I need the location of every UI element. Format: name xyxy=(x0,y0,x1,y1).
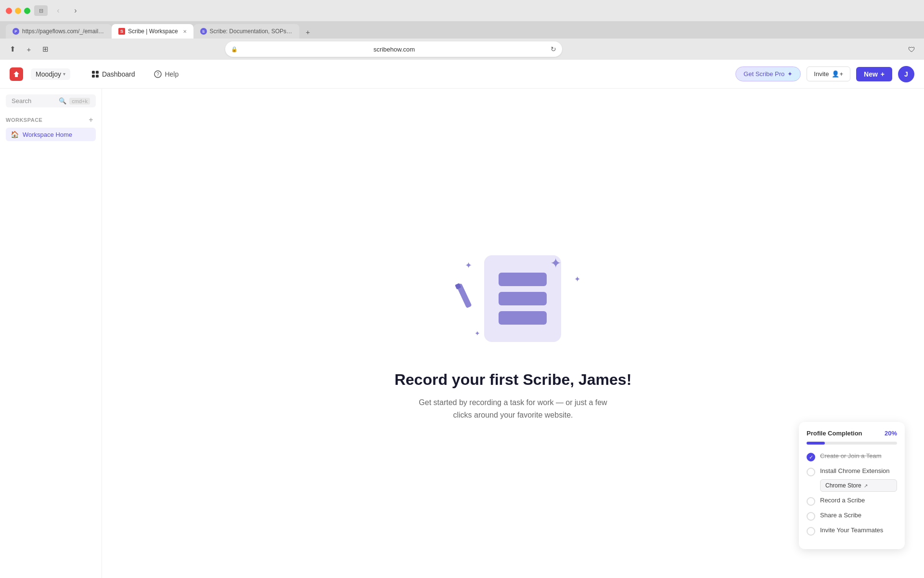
home-icon: 🏠 xyxy=(11,131,19,138)
profile-card-percent: 20% xyxy=(885,430,897,437)
get-pro-label: Get Scribe Pro xyxy=(744,70,784,78)
browser-addressbar: ⬆ + ⊞ 🔒 scribehow.com ↻ 🛡 xyxy=(0,39,924,60)
workspace-name: Moodjoy xyxy=(36,70,61,78)
svg-rect-3 xyxy=(92,75,95,78)
tab-scribe-workspace[interactable]: S Scribe | Workspace ✕ xyxy=(112,24,193,39)
tab-pageflows[interactable]: P https://pageflows.com/_/emails/_/7fb5d… xyxy=(6,24,112,39)
nav-help-label: Help xyxy=(165,70,179,78)
logo-icon xyxy=(10,67,23,81)
sidebar-item-workspace-home[interactable]: 🏠 Workspace Home xyxy=(6,128,96,141)
main-content: ✦ ✦ ✦ ✦ Record your first Scribe, James!… xyxy=(102,89,924,578)
doc-line-3 xyxy=(499,311,547,325)
extensions-icon[interactable]: 🛡 xyxy=(905,42,918,56)
checklist-label-create-team: Create or Join a Team xyxy=(820,452,897,460)
app: Moodjoy ▾ Dashboard ? Help xyxy=(0,60,924,578)
chrome-store-label: Chrome Store xyxy=(825,482,861,489)
check-circle-record-scribe xyxy=(807,497,815,506)
nav-center: Dashboard ? Help xyxy=(88,67,182,81)
search-text: Search xyxy=(12,97,56,105)
illustration: ✦ ✦ ✦ ✦ xyxy=(436,246,590,352)
checklist-label-install-extension: Install Chrome Extension xyxy=(820,467,897,474)
checklist-label-record-scribe: Record a Scribe xyxy=(820,497,897,504)
check-circle-share-scribe xyxy=(807,512,815,521)
back-button[interactable]: ‹ xyxy=(51,4,65,17)
nav-help[interactable]: ? Help xyxy=(150,67,182,81)
tab-chrome-webstore[interactable]: S Scribe: Documentation, SOPs, & Screens… xyxy=(193,24,299,39)
sparkle-icon-4: ✦ xyxy=(475,329,480,337)
close-window-button[interactable] xyxy=(6,8,12,14)
forward-button[interactable]: › xyxy=(69,4,82,17)
browser-titlebar: ⊟ ‹ › xyxy=(0,0,924,21)
invite-button[interactable]: Invite 👤+ xyxy=(807,66,850,81)
avatar[interactable]: J xyxy=(898,66,914,82)
logo xyxy=(10,67,23,81)
nav-right: Get Scribe Pro ✦ Invite 👤+ New + J xyxy=(735,66,914,82)
profile-completion-card: Profile Completion 20% Create or Join a … xyxy=(799,422,905,549)
sparkle-icon-3: ✦ xyxy=(465,260,472,271)
tab-chrome-webstore-label: Scribe: Documentation, SOPs, & Screensho… xyxy=(210,28,293,35)
minimize-window-button[interactable] xyxy=(15,8,21,14)
grid-icon[interactable]: ⊞ xyxy=(38,42,52,56)
browser-chrome: ⊟ ‹ › P https://pageflows.com/_/emails/_… xyxy=(0,0,924,60)
doc-illustration-card xyxy=(484,255,561,342)
chrome-store-button[interactable]: Chrome Store ↗ xyxy=(820,479,897,492)
profile-card-title: Profile Completion xyxy=(807,430,862,437)
share-icon[interactable]: ⬆ xyxy=(6,42,19,56)
reload-button[interactable]: ↻ xyxy=(551,45,556,53)
checklist-label-share-scribe: Share a Scribe xyxy=(820,512,897,519)
checklist-label-invite-teammates: Invite Your Teammates xyxy=(820,526,897,534)
sidebar-section-title: WORKSPACE xyxy=(6,117,42,123)
sidebar-add-button[interactable]: + xyxy=(86,115,96,125)
sidebar: Search 🔍 cmd+k WORKSPACE + 🏠 Workspace H… xyxy=(0,89,102,578)
tab-scribe-workspace-label: Scribe | Workspace xyxy=(128,28,178,35)
get-pro-button[interactable]: Get Scribe Pro ✦ xyxy=(735,66,801,81)
check-circle-invite-teammates xyxy=(807,527,815,536)
check-circle-create-team xyxy=(807,453,815,461)
checklist-item-share-scribe: Share a Scribe xyxy=(807,512,897,521)
main-title: Record your first Scribe, James! xyxy=(395,371,632,389)
new-tab-icon[interactable]: + xyxy=(22,42,36,56)
sidebar-section-header: WORKSPACE + xyxy=(6,115,96,125)
main-subtitle: Get started by recording a task for work… xyxy=(412,396,614,421)
checklist-item-create-team: Create or Join a Team xyxy=(807,452,897,461)
tab-close-icon[interactable]: ✕ xyxy=(183,29,187,34)
search-bar[interactable]: Search 🔍 cmd+k xyxy=(6,94,96,107)
checklist-item-invite-teammates: Invite Your Teammates xyxy=(807,526,897,536)
progress-bar xyxy=(807,442,897,445)
new-button[interactable]: New + xyxy=(856,67,892,81)
wand-icon xyxy=(455,275,489,310)
nav-dashboard-label: Dashboard xyxy=(102,70,135,78)
search-shortcut: cmd+k xyxy=(69,98,90,105)
workspace-chevron-icon: ▾ xyxy=(63,71,65,77)
check-circle-install-extension xyxy=(807,468,815,476)
help-icon: ? xyxy=(154,70,162,78)
sidebar-toggle-button[interactable]: ⊟ xyxy=(34,5,48,16)
new-label: New xyxy=(864,70,878,78)
sparkle-icon-2: ✦ xyxy=(574,275,580,284)
invite-label: Invite xyxy=(814,70,829,78)
svg-text:?: ? xyxy=(157,72,160,77)
browser-tabs: P https://pageflows.com/_/emails/_/7fb5d… xyxy=(0,21,924,39)
svg-rect-1 xyxy=(92,71,95,74)
plus-icon: + xyxy=(881,70,885,78)
external-link-icon: ↗ xyxy=(864,483,868,488)
new-tab-button[interactable]: + xyxy=(301,25,315,39)
sidebar-workspace-section: WORKSPACE + 🏠 Workspace Home xyxy=(0,115,102,141)
topnav: Moodjoy ▾ Dashboard ? Help xyxy=(0,60,924,89)
address-text: scribehow.com xyxy=(241,46,548,53)
maximize-window-button[interactable] xyxy=(24,8,30,14)
search-icon: 🔍 xyxy=(59,97,66,105)
avatar-letter: J xyxy=(904,70,908,78)
doc-line-1 xyxy=(499,273,547,286)
address-bar[interactable]: 🔒 scribehow.com ↻ xyxy=(225,41,562,57)
checklist-item-record-scribe: Record a Scribe xyxy=(807,497,897,506)
dashboard-icon xyxy=(91,70,99,78)
progress-bar-fill xyxy=(807,442,825,445)
svg-rect-2 xyxy=(96,71,99,74)
lock-icon: 🔒 xyxy=(231,46,238,53)
nav-dashboard[interactable]: Dashboard xyxy=(88,67,139,81)
traffic-lights xyxy=(6,8,30,14)
sparkle-icon-1: ✦ xyxy=(550,255,561,271)
workspace-selector[interactable]: Moodjoy ▾ xyxy=(31,68,70,80)
profile-card-header: Profile Completion 20% xyxy=(807,430,897,437)
